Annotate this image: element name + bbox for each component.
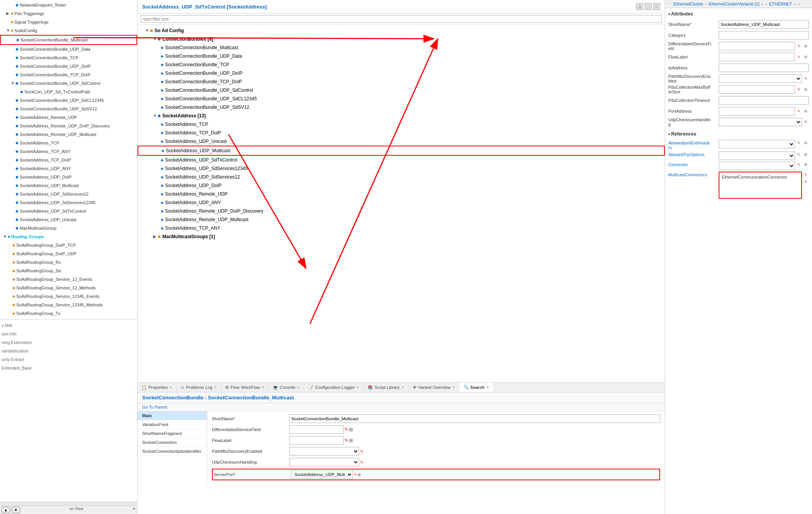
prop-sidebar-variation-point[interactable]: VariationPoint (138, 420, 207, 429)
prop-sidebar-main[interactable]: Main (138, 411, 207, 420)
attr-icon-edit[interactable]: ✎ (796, 151, 802, 158)
attr-icon-edit[interactable]: ✎ (796, 54, 802, 60)
ref-multicast-connectors-label[interactable]: MulticastConnectors (668, 172, 719, 177)
tree-item-socket-address-udp-multicast[interactable]: ◆ SocketAddress_UDP_Multicast (0, 181, 137, 190)
tree-item-sa-udp-any[interactable]: ◆ SocketAddress_UDP_ANY (138, 198, 665, 207)
attr-diff-service-input[interactable] (719, 42, 795, 50)
diff-service-icon-grid[interactable]: ⊞ (349, 427, 353, 432)
tree-item-socket-address-udp-any[interactable]: ◆ SocketAddress_UDP_ANY (0, 164, 137, 173)
tab-close[interactable]: ✕ (356, 385, 360, 389)
tab-close[interactable]: ✕ (486, 385, 489, 389)
tree-item-socket-address-udp-sdservices12345[interactable]: ◆ SocketAddress_UDP_SdServices12345 (0, 198, 137, 207)
attr-icon-edit[interactable]: ✎ (796, 43, 802, 49)
tree-item-ning-extensions[interactable]: ning Extensions (0, 338, 137, 347)
ref-allowed-ipv6-label[interactable]: AllowedIpv6ExtHeaders (668, 140, 719, 150)
prop-sidebar-socket-connection[interactable]: SocketConnection (138, 438, 207, 447)
tree-item-sa-tcp[interactable]: ◆ SocketAddress_TCP (138, 120, 665, 129)
path-mtu-select[interactable] (289, 447, 359, 456)
tree-item-scb-udp-sdcontrol[interactable]: ◆ SocketConnectionBundle_UDP_SdControl (138, 86, 665, 95)
tree-item-sa-udp-sdtxcontrol[interactable]: ◆ SocketAddress_UDP_SdTxControl (138, 156, 665, 164)
path-mtu-icon[interactable]: ✎ (360, 449, 363, 454)
view-close-icon[interactable]: ✕ (132, 507, 136, 513)
tree-item-pdu-triggerings[interactable]: ▶ ■ Pdu Triggerings (0, 9, 137, 18)
tree-item-socket-address-remote-udp-multicast[interactable]: ◆ SocketAddress_Remote_UDP_Multicast (0, 130, 137, 139)
attr-ip-address-input[interactable] (719, 64, 809, 72)
tree-item-routing-doip-tcp[interactable]: ◆ SoAdRoutingGroup_DoIP_TCP (0, 241, 137, 249)
flow-label-icon-edit[interactable]: ✎ (344, 438, 348, 443)
tree-item-routing-doip-udp[interactable]: ◆ SoAdRoutingGroup_DoIP_UDP (0, 249, 137, 258)
tree-item-socket-address-remote-udp[interactable]: ◆ SocketAddress_Remote_UDP (0, 113, 137, 122)
breadcrumb-ethernet-cluster-variants[interactable]: EthernetClusterVariants [1] (709, 2, 759, 6)
tree-item-socket-conn-udp-data[interactable]: ◆ SocketConnectionBundle_UDP_Data (0, 45, 137, 53)
tree-item-socket-address-udp-doip[interactable]: ◆ SocketAddress_UDP_DoIP (0, 173, 137, 181)
breadcrumb-ethernet[interactable]: ETHERNET (769, 2, 792, 6)
tree-connection-bundles[interactable]: ▼ ◆ ConnectionBundles [8] (138, 35, 665, 43)
diff-service-icon-edit[interactable]: ✎ (344, 427, 348, 432)
tree-item-routing-sd[interactable]: ◆ SoAdRoutingGroup_Sd (0, 266, 137, 275)
attr-icon-grid[interactable]: ⊞ (803, 140, 809, 146)
tree-item-socket-address-udp-sdtxcontrol[interactable]: ◆ SocketAddress_UDP_SdTxControl (0, 207, 137, 215)
tab-properties[interactable]: 📋 Properties ✕ (138, 383, 177, 392)
tree-root-so-ad-config[interactable]: ▼ ◆ So Ad Config (138, 26, 665, 35)
tree-item-scb-udp-data[interactable]: ◆ SocketConnectionBundle_UDP_Data (138, 52, 665, 60)
attr-icon-grid[interactable]: ⊞ (803, 108, 809, 114)
tree-item-signal-triggerings[interactable]: ■ Signal Triggerings (0, 18, 137, 26)
tree-item-sa-remote-udp-doip[interactable]: ◆ SocketAddress_Remote_UDP_DoIP_Discover… (138, 207, 665, 215)
ref-allowed-ipv6-select[interactable] (719, 140, 795, 148)
attr-pdu-max-buff-input[interactable] (719, 85, 795, 94)
tree-item-v-mdt[interactable]: v Mdt (0, 321, 137, 330)
tab-console[interactable]: 💻 Console ✕ (269, 383, 304, 392)
breadcrumb-ethernet-cluster[interactable]: EthernetCluster (674, 2, 703, 6)
panel-icon-maximize[interactable]: □ (653, 3, 660, 10)
tree-item-sa-udp-sdservices12345[interactable]: ◆ SocketAddress_UDP_SdServices12345 (138, 164, 665, 173)
tree-item-sa-udp-doip[interactable]: ◆ SocketAddress_UDP_DoIP (138, 181, 665, 190)
tree-item-socket-conn-bundle-multicast[interactable]: ◆ SocketConnectionBundle_Multicast (138, 43, 665, 52)
tree-item-scb-udp-sdcl12345[interactable]: ◆ SocketConnectionBundle_UDP_SdCL12345 (138, 95, 665, 103)
tree-item-socket-address-tcp-doip[interactable]: ◆ SocketAddress_TCP_DoIP (0, 156, 137, 164)
server-port-icon-edit[interactable]: ✎ (354, 473, 357, 477)
left-panel-scroll-down[interactable]: ▼ (12, 507, 20, 513)
tree-item-network-endpoint[interactable]: ◆ NetworkEndpoint_Tester (0, 1, 137, 9)
attr-category-input[interactable] (719, 31, 809, 40)
tree-socket-address-section[interactable]: ▼ ◆ SocketAddress [13] (138, 112, 665, 120)
tree-item-socket-address-udp-sdservices12[interactable]: ◆ SocketAddress_UDP_SdServices12 (0, 190, 137, 198)
flow-label-icon-grid[interactable]: ⊞ (349, 438, 353, 443)
tree-item-sa-tcp-any[interactable]: ◆ SocketAddress_TCP_ANY (138, 224, 665, 232)
attr-udp-checksum-select[interactable] (719, 118, 802, 126)
tab-problems-log[interactable]: ⚠ Problems Log ✕ (177, 383, 221, 392)
tree-item-routing-groups[interactable]: ▼ ■ Routing Groups (0, 232, 137, 241)
tab-close[interactable]: ✕ (452, 385, 455, 389)
udp-checksum-select[interactable] (289, 458, 359, 466)
ref-connector-select[interactable] (719, 162, 795, 170)
attr-icon-grid[interactable]: ⊞ (803, 162, 809, 168)
attr-path-mtu-select[interactable] (719, 74, 802, 83)
tab-close[interactable]: ✕ (169, 385, 172, 389)
tree-item-scb-tcp-doip[interactable]: ◆ SocketConnectionBundle_TCP_DoIP (138, 77, 665, 86)
tree-item-sa-udp-sdservices12[interactable]: ◆ SocketAddress_UDP_SdServices12 (138, 173, 665, 181)
tree-item-routing-tx[interactable]: ◆ SoAdRoutingGroup_Tx (0, 309, 137, 318)
tree-item-so-ad-config[interactable]: ▼ ■ SoAdConfig (0, 26, 137, 35)
tab-variant-overview[interactable]: 👁 Variant Overview ✕ (409, 383, 459, 392)
tree-item-sa-udp-unicast[interactable]: ◆ SocketAddress_UDP_Unicast (138, 137, 665, 146)
tree-item-socket-conn-udp-sdsv12[interactable]: ◆ SocketConnectionBundle_UDP_SdSV12 (0, 105, 137, 113)
tab-search[interactable]: 🔍 Search ✕ (459, 383, 494, 392)
tab-close[interactable]: ✕ (214, 385, 217, 389)
prop-sidebar-socket-connection-ipdu[interactable]: SocketConnectionIpduIdentifier (138, 447, 207, 456)
attr-icon-grid[interactable]: ⊞ (803, 43, 809, 49)
tree-item-routing-service-12345-methods[interactable]: ◆ SoAdRoutingGroup_Service_12345_Methods (0, 301, 137, 309)
server-port-select[interactable]: SocketAddress_UDP_Multicast (291, 470, 353, 479)
tree-item-urity-extract[interactable]: urity Extract (0, 355, 137, 364)
attr-icon-grid[interactable]: ⊞ (803, 86, 809, 93)
tree-item-socket-address-remote-udp-doip[interactable]: ◆ SocketAddress_Remote_UDP_DoIP_Discover… (0, 122, 137, 130)
tab-close[interactable]: ✕ (297, 385, 300, 389)
tab-close[interactable]: ✕ (401, 385, 404, 389)
tree-item-routing-service-12-events[interactable]: ◆ SoAdRoutingGroup_Service_12_Events (0, 275, 137, 284)
tree-item-sa-tcp-doip[interactable]: ◆ SocketAddress_TCP_DoIP (138, 129, 665, 137)
tree-item-sa-remote-udp-multicast[interactable]: ◆ SocketAddress_Remote_UDP_Multicast (138, 215, 665, 224)
attr-icon-edit[interactable]: ✎ (803, 119, 809, 125)
attr-icon-edit[interactable]: ✎ (796, 108, 802, 114)
attr-icon-close[interactable]: ✕ (803, 179, 809, 185)
tree-item-routing-rx[interactable]: ◆ SoAdRoutingGroup_Rx (0, 258, 137, 266)
tree-item-socket-conn-udp-sdcontrol[interactable]: ▼ ◆ SocketConnectionBundle_UDP_SdControl (0, 79, 137, 88)
panel-icon-minimize[interactable]: _ (645, 3, 652, 10)
